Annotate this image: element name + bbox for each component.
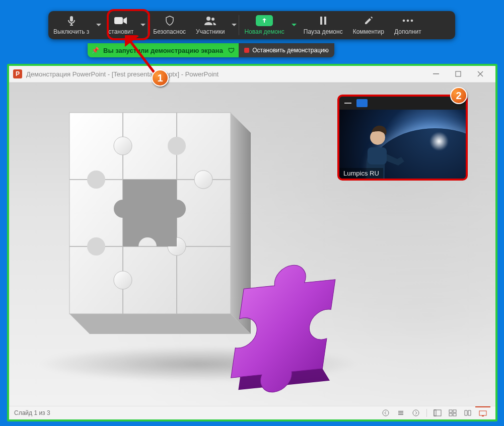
- powerpoint-title-text: Демонстрация PowerPoint - [Test presenta…: [26, 70, 219, 78]
- share-status-text: Вы запустили демонстрацию экрана: [103, 47, 223, 54]
- menu-button[interactable]: [393, 406, 408, 420]
- svg-rect-26: [398, 412, 403, 413]
- annotate-button[interactable]: Комментир: [348, 11, 389, 39]
- video-label: становит: [108, 28, 133, 35]
- svg-point-17: [114, 137, 132, 155]
- stop-icon: [244, 48, 249, 53]
- stop-share-button[interactable]: Остановить демонстрацию: [239, 43, 334, 57]
- footer-separator: [426, 409, 427, 417]
- svg-point-1: [206, 17, 210, 21]
- participant-video: Lumpics RU: [339, 110, 466, 179]
- slide-counter: Слайд 1 из 3: [14, 409, 50, 416]
- puzzle-piece-magenta: [226, 233, 392, 399]
- shield-check-icon: 🛡: [228, 47, 235, 54]
- next-slide-button[interactable]: [408, 406, 423, 420]
- mute-chevron[interactable]: [94, 11, 103, 39]
- svg-rect-36: [482, 415, 484, 416]
- svg-rect-3: [320, 17, 322, 25]
- video-chevron[interactable]: [138, 11, 148, 39]
- pause-icon: [319, 15, 327, 26]
- participant-name: Lumpics RU: [339, 168, 383, 179]
- svg-rect-0: [114, 17, 123, 24]
- participants-button[interactable]: Участники: [191, 11, 230, 39]
- svg-rect-25: [398, 411, 403, 412]
- svg-point-7: [411, 20, 413, 22]
- pause-share-button[interactable]: Пауза демонс: [299, 11, 348, 39]
- video-button[interactable]: становит: [103, 11, 138, 39]
- callout-badge-2: 2: [450, 87, 467, 104]
- people-icon: [204, 15, 217, 26]
- share-label: Новая демонс: [244, 28, 284, 35]
- more-icon: [402, 15, 413, 26]
- callout-badge-1: 1: [152, 69, 169, 87]
- sorter-view-button[interactable]: [445, 406, 460, 420]
- svg-rect-32: [453, 410, 456, 412]
- participant-video-panel[interactable]: Lumpics RU: [337, 95, 468, 181]
- mute-label: Выключить з: [53, 28, 89, 35]
- shield-icon: [165, 15, 174, 26]
- callout-1-number: 1: [157, 72, 163, 84]
- pause-label: Пауза демонс: [304, 28, 343, 35]
- share-screen-button[interactable]: Новая демонс: [239, 11, 289, 39]
- svg-rect-30: [434, 410, 436, 416]
- reading-view-button[interactable]: [460, 406, 475, 420]
- mute-button[interactable]: Выключить з: [48, 11, 94, 39]
- share-status: 📌 Вы запустили демонстрацию экрана 🛡: [88, 43, 239, 57]
- security-button[interactable]: Безопаснос: [148, 11, 191, 39]
- svg-point-6: [407, 20, 409, 22]
- svg-point-18: [168, 137, 186, 155]
- svg-point-24: [383, 410, 389, 416]
- security-label: Безопаснос: [153, 28, 186, 35]
- video-panel-view-icon[interactable]: [356, 99, 368, 107]
- svg-rect-29: [434, 410, 441, 416]
- microphone-icon: [67, 15, 76, 26]
- svg-point-5: [403, 20, 405, 22]
- participants-chevron[interactable]: [230, 11, 239, 39]
- camera-icon: [114, 15, 127, 26]
- powerpoint-titlebar[interactable]: P Демонстрация PowerPoint - [Test presen…: [9, 66, 495, 82]
- window-maximize-button[interactable]: [447, 66, 469, 82]
- slideshow-view-button[interactable]: [475, 406, 490, 420]
- svg-point-23: [87, 237, 105, 255]
- prev-slide-button[interactable]: [378, 406, 393, 420]
- video-panel-minimize-icon[interactable]: [344, 103, 351, 104]
- more-label: Дополнит: [394, 28, 421, 35]
- svg-rect-35: [479, 411, 486, 415]
- annotate-label: Комментир: [353, 28, 384, 35]
- svg-point-19: [87, 171, 105, 189]
- svg-rect-9: [456, 71, 461, 76]
- svg-rect-8: [433, 73, 439, 74]
- svg-rect-38: [368, 147, 387, 164]
- zoom-toolbar: Выключить з становит Безопаснос Участник…: [48, 11, 455, 39]
- svg-rect-31: [449, 410, 452, 412]
- more-button[interactable]: Дополнит: [389, 11, 426, 39]
- svg-marker-11: [69, 314, 251, 334]
- share-chevron[interactable]: [290, 11, 299, 39]
- pin-icon: 📌: [92, 47, 99, 54]
- normal-view-button[interactable]: [430, 406, 445, 420]
- svg-point-28: [413, 410, 419, 416]
- svg-rect-34: [453, 413, 456, 416]
- share-icon: [256, 15, 273, 26]
- svg-point-21: [114, 271, 132, 289]
- powerpoint-statusbar: Слайд 1 из 3: [9, 406, 495, 419]
- pencil-icon: [364, 15, 373, 26]
- window-close-button[interactable]: [469, 66, 491, 82]
- callout-2-number: 2: [456, 90, 461, 102]
- powerpoint-logo-icon: P: [13, 69, 22, 78]
- svg-rect-4: [324, 17, 326, 25]
- svg-point-2: [211, 18, 214, 21]
- video-panel-header[interactable]: [339, 97, 466, 110]
- sun-glow: [429, 132, 449, 151]
- stop-share-label: Остановить демонстрацию: [252, 47, 328, 54]
- svg-rect-33: [449, 413, 452, 416]
- window-minimize-button[interactable]: [425, 66, 447, 82]
- share-status-bar: 📌 Вы запустили демонстрацию экрана 🛡 Ост…: [88, 43, 334, 57]
- participants-label: Участники: [196, 28, 225, 35]
- svg-rect-27: [398, 414, 403, 415]
- svg-point-20: [194, 171, 212, 189]
